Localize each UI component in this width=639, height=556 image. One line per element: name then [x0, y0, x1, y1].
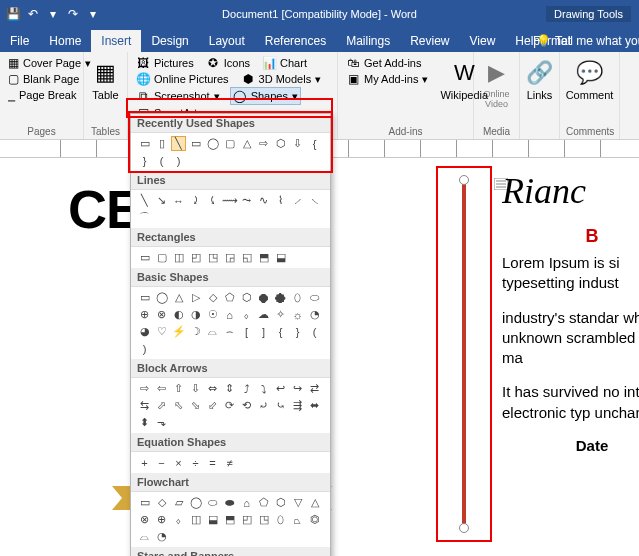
shapes-button[interactable]: ◯Shapes▾ [230, 87, 301, 105]
shape-f6[interactable]: ⬬ [222, 495, 237, 510]
shape-r4[interactable]: ◰ [188, 250, 203, 265]
shape-a16[interactable]: ⬃ [205, 398, 220, 413]
shape-line4[interactable]: ⤸ [188, 193, 203, 208]
shape-f4[interactable]: ◯ [188, 495, 203, 510]
shape-b5[interactable]: ◇ [205, 290, 220, 305]
shape-a2[interactable]: ⇦ [154, 381, 169, 396]
screenshot-button[interactable]: ⧉Screenshot▾ [134, 87, 222, 105]
save-icon[interactable]: 💾 [4, 5, 22, 23]
shape-f5[interactable]: ⬭ [205, 495, 220, 510]
shape-b17[interactable]: ⌂ [222, 307, 237, 322]
shape-a21[interactable]: ⇶ [290, 398, 305, 413]
shape-f19[interactable]: ◳ [256, 512, 271, 527]
customize-icon[interactable]: ▾ [84, 5, 102, 23]
shape-r1[interactable]: ▭ [137, 250, 152, 265]
qat-down-icon[interactable]: ▾ [44, 5, 62, 23]
shape-b20[interactable]: ✧ [273, 307, 288, 322]
table-button[interactable]: ▦Table [90, 55, 121, 105]
shape-b25[interactable]: ⚡ [171, 324, 186, 339]
online-video-button[interactable]: ▶Online Video [480, 55, 513, 113]
shape-b31[interactable]: { [273, 324, 288, 339]
shape-line5[interactable]: ⤹ [205, 193, 220, 208]
shape-a6[interactable]: ⇕ [222, 381, 237, 396]
get-addins-button[interactable]: 🛍Get Add-ins [344, 55, 430, 71]
shape-a19[interactable]: ⤾ [256, 398, 271, 413]
shape-b30[interactable]: ] [256, 324, 271, 339]
tab-layout[interactable]: Layout [199, 30, 255, 52]
shape-brace-l[interactable]: { [307, 136, 322, 151]
shape-b32[interactable]: } [290, 324, 305, 339]
shape-b14[interactable]: ◐ [171, 307, 186, 322]
shape-b18[interactable]: ⬨ [239, 307, 254, 322]
shape-line9[interactable]: ⌇ [273, 193, 288, 208]
shape-b34[interactable]: ) [137, 341, 152, 356]
shape-paren-l[interactable]: ( [154, 153, 169, 168]
shape-r8[interactable]: ⬒ [256, 250, 271, 265]
tab-references[interactable]: References [255, 30, 336, 52]
shape-line3[interactable]: ↔ [171, 193, 186, 208]
shape-line[interactable]: ╲ [171, 136, 186, 151]
shape-a10[interactable]: ↪ [290, 381, 305, 396]
shape-b24[interactable]: ♡ [154, 324, 169, 339]
shape-f12[interactable]: ⊗ [137, 512, 152, 527]
shape-e2[interactable]: − [154, 455, 169, 470]
shape-hex[interactable]: ⬡ [273, 136, 288, 151]
shape-b22[interactable]: ◔ [307, 307, 322, 322]
shape-a18[interactable]: ⟲ [239, 398, 254, 413]
tab-design[interactable]: Design [141, 30, 198, 52]
shape-b21[interactable]: ☼ [290, 307, 305, 322]
shape-b16[interactable]: ☉ [205, 307, 220, 322]
shape-b11[interactable]: ⬭ [307, 290, 322, 305]
shape-textbox-vert[interactable]: ▯ [154, 136, 169, 151]
shape-b29[interactable]: [ [239, 324, 254, 339]
cover-page-button[interactable]: ▦Cover Page▾ [6, 55, 77, 71]
tab-review[interactable]: Review [400, 30, 459, 52]
shape-a11[interactable]: ⇄ [307, 381, 322, 396]
shape-r7[interactable]: ◱ [239, 250, 254, 265]
tab-mailings[interactable]: Mailings [336, 30, 400, 52]
shape-b7[interactable]: ⬡ [239, 290, 254, 305]
shape-f3[interactable]: ▱ [171, 495, 186, 510]
shape-e4[interactable]: ÷ [188, 455, 203, 470]
shape-e1[interactable]: + [137, 455, 152, 470]
pictures-button[interactable]: 🖼Pictures [134, 55, 196, 71]
shape-roundrect[interactable]: ▢ [222, 136, 237, 151]
shape-e5[interactable]: = [205, 455, 220, 470]
shape-f21[interactable]: ⏢ [290, 512, 305, 527]
shape-a4[interactable]: ⇩ [188, 381, 203, 396]
tab-file[interactable]: File [0, 30, 39, 52]
shape-a3[interactable]: ⇧ [171, 381, 186, 396]
shape-b3[interactable]: △ [171, 290, 186, 305]
my-addins-button[interactable]: ▣My Add-ins▾ [344, 71, 430, 87]
shape-f8[interactable]: ⬠ [256, 495, 271, 510]
shape-line1[interactable]: ╲ [137, 193, 152, 208]
shape-a13[interactable]: ⬀ [154, 398, 169, 413]
shape-arrow[interactable]: ⇨ [256, 136, 271, 151]
shape-line10[interactable]: ⟋ [290, 193, 305, 208]
links-button[interactable]: 🔗Links [526, 55, 553, 105]
shape-b8[interactable]: ⯃ [256, 290, 271, 305]
shape-oval[interactable]: ◯ [205, 136, 220, 151]
shape-f1[interactable]: ▭ [137, 495, 152, 510]
shape-f10[interactable]: ▽ [290, 495, 305, 510]
online-pictures-button[interactable]: 🌐Online Pictures [134, 71, 231, 87]
shape-f15[interactable]: ◫ [188, 512, 203, 527]
shape-b23[interactable]: ◕ [137, 324, 152, 339]
tell-me[interactable]: 💡Tell me what you wa [530, 30, 639, 52]
shape-a14[interactable]: ⬁ [171, 398, 186, 413]
shape-f17[interactable]: ⬒ [222, 512, 237, 527]
shape-b26[interactable]: ☽ [188, 324, 203, 339]
redo-icon[interactable]: ↷ [64, 5, 82, 23]
shape-line8[interactable]: ∿ [256, 193, 271, 208]
shape-b15[interactable]: ◑ [188, 307, 203, 322]
shape-r5[interactable]: ◳ [205, 250, 220, 265]
shape-a9[interactable]: ↩ [273, 381, 288, 396]
blank-page-button[interactable]: ▢Blank Page [6, 71, 77, 87]
3d-models-button[interactable]: ⬢3D Models▾ [239, 71, 324, 87]
shape-f22[interactable]: ⏣ [307, 512, 322, 527]
shape-b10[interactable]: ⬯ [290, 290, 305, 305]
shape-b28[interactable]: ⌢ [222, 324, 237, 339]
shape-f11[interactable]: △ [307, 495, 322, 510]
shape-b27[interactable]: ⌓ [205, 324, 220, 339]
shape-a8[interactable]: ⤵ [256, 381, 271, 396]
